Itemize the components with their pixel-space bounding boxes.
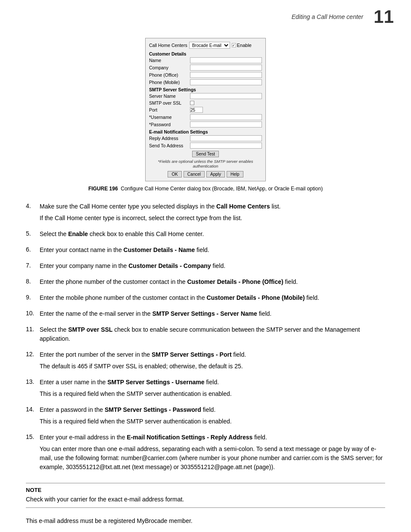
step-content: Enter the name of the e-mail server in t… — [40, 309, 385, 321]
company-input[interactable] — [190, 65, 262, 71]
email-notification-header: E-mail Notification Settings — [149, 129, 262, 134]
enable-checkbox[interactable]: ✓ — [232, 43, 236, 47]
step-number: 9. — [26, 293, 40, 301]
step-number: 10. — [26, 309, 40, 317]
ok-button[interactable]: OK — [168, 171, 181, 177]
sub-paragraph: You can enter more than one e-mail addre… — [40, 445, 385, 472]
send-test-button[interactable]: Send Test — [192, 151, 219, 157]
step-number: 13. — [26, 378, 40, 385]
password-input[interactable] — [190, 121, 262, 128]
list-item: 6. Enter your contact name in the Custom… — [26, 246, 385, 257]
figure-caption-text: Configure Call Home Center dialog box (B… — [121, 186, 323, 192]
dialog-buttons: OK Cancel Apply Help — [149, 171, 262, 177]
page-title: Editing a Call Home center — [292, 13, 364, 20]
step-content: Enter a password in the SMTP Server Sett… — [40, 405, 385, 429]
smtp-ssl-row: SMTP over SSL — [149, 100, 262, 106]
call-home-centers-dropdown[interactable]: Brocade E-mail — [189, 42, 230, 49]
dialog-footnote: *Fields are optional unless the SMTP ser… — [149, 159, 262, 168]
step-content: Enter your contact name in the Customer … — [40, 246, 385, 257]
bold-term: Enable — [68, 230, 88, 237]
enable-label: Enable — [237, 43, 252, 48]
dialog-container: Call Home Centers Brocade E-mail ✓ Enabl… — [26, 38, 385, 181]
step-content: Enter the mobile phone number of the cus… — [40, 293, 385, 305]
step-number: 8. — [26, 277, 40, 285]
bold-term: Customer Details - Phone (Mobile) — [207, 294, 305, 301]
reply-address-row: Reply Address — [149, 135, 262, 141]
bold-term: SMTP Server Settings - Server Name — [152, 310, 257, 317]
list-item: 10. Enter the name of the e-mail server … — [26, 309, 385, 321]
port-row: Port — [149, 107, 262, 113]
step-number: 5. — [26, 230, 40, 237]
bold-term: E-mail Notification Settings - Reply Add… — [127, 434, 252, 441]
sub-paragraph: This is a required field when the SMTP s… — [40, 389, 385, 398]
smtp-ssl-label: SMTP over SSL — [149, 100, 190, 106]
step-number: 4. — [26, 202, 40, 209]
call-home-centers-label: Call Home Centers — [149, 43, 187, 48]
bold-term: SMTP Server Settings - Username — [107, 379, 204, 386]
page-content: Call Home Centers Brocade E-mail ✓ Enabl… — [0, 29, 411, 532]
step-content: Enter your e-mail address in the E-mail … — [40, 433, 385, 474]
server-name-row: Server Name — [149, 93, 262, 99]
sub-paragraph: This is a required field when the SMTP s… — [40, 417, 385, 426]
phone-office-label: Phone (Office) — [149, 72, 190, 78]
list-item: 9. Enter the mobile phone number of the … — [26, 293, 385, 305]
bold-term: SMTP Server Settings - Password — [105, 406, 201, 413]
company-label: Company — [149, 65, 190, 70]
note-content: Check with your carrier for the exact e-… — [26, 495, 385, 504]
apply-button[interactable]: Apply — [206, 171, 225, 177]
step-content: Enter a user name in the SMTP Server Set… — [40, 378, 385, 401]
note-label: NOTE — [26, 487, 385, 493]
smtp-header: SMTP Server Settings — [149, 87, 262, 92]
username-input[interactable] — [190, 114, 262, 120]
username-label: *Username — [149, 115, 190, 120]
phone-mobile-row: Phone (Mobile) — [149, 79, 262, 85]
company-row: Company — [149, 65, 262, 71]
send-to-row: Send To Address — [149, 143, 262, 149]
step-number: 14. — [26, 405, 40, 413]
port-input[interactable] — [190, 107, 203, 113]
list-item: 7. Enter your company name in the Custom… — [26, 261, 385, 273]
step-content: Enter the port number of the server in t… — [40, 350, 385, 373]
help-button[interactable]: Help — [227, 171, 243, 177]
sub-paragraph: If the Call Home center type is incorrec… — [40, 214, 385, 223]
final-note: This e-mail address must be a registered… — [26, 516, 385, 526]
step-content: Enter the phone number of the customer c… — [40, 277, 385, 289]
server-name-input[interactable] — [190, 93, 262, 99]
reply-address-input[interactable] — [190, 135, 262, 141]
name-input[interactable] — [190, 57, 262, 63]
sub-paragraph: The default is 465 if SMTP over SSL is e… — [40, 362, 385, 371]
name-label: Name — [149, 58, 190, 63]
bold-term: Customer Details - Phone (Office) — [187, 278, 283, 285]
list-item: 11. Select the SMTP over SSL check box t… — [26, 325, 385, 346]
step-number: 7. — [26, 261, 40, 269]
phone-mobile-input[interactable] — [190, 79, 262, 85]
send-to-label: Send To Address — [149, 143, 190, 148]
username-row: *Username — [149, 114, 262, 120]
password-row: *Password — [149, 121, 262, 128]
customer-details-header: Customer Details — [149, 51, 262, 56]
dialog-box: Call Home Centers Brocade E-mail ✓ Enabl… — [145, 38, 266, 181]
step-content: Make sure the Call Home center type you … — [40, 202, 385, 225]
steps-list: 4. Make sure the Call Home center type y… — [26, 202, 385, 474]
page-number: 11 — [374, 8, 394, 26]
smtp-ssl-checkbox[interactable] — [190, 101, 194, 105]
step-number: 12. — [26, 350, 40, 358]
server-name-label: Server Name — [149, 93, 190, 99]
bold-term: Customer Details - Name — [124, 246, 195, 253]
cancel-button[interactable]: Cancel — [184, 171, 205, 177]
send-to-input[interactable] — [190, 143, 262, 149]
list-item: 13. Enter a user name in the SMTP Server… — [26, 378, 385, 401]
password-label: *Password — [149, 122, 190, 127]
enable-checkbox-row: ✓ Enable — [232, 43, 252, 48]
reply-address-label: Reply Address — [149, 136, 190, 141]
phone-office-input[interactable] — [190, 72, 262, 78]
note-box: NOTE Check with your carrier for the exa… — [26, 483, 385, 508]
page-header: Editing a Call Home center 11 — [0, 0, 411, 29]
step-number: 6. — [26, 246, 40, 253]
list-item: 14. Enter a password in the SMTP Server … — [26, 405, 385, 429]
bold-term: SMTP over SSL — [68, 326, 112, 333]
bold-term: SMTP Server Settings - Port — [152, 351, 232, 358]
figure-caption: FIGURE 196 Configure Call Home Center di… — [26, 186, 385, 192]
step-content: Select the SMTP over SSL check box to en… — [40, 325, 385, 346]
dialog-top-row: Call Home Centers Brocade E-mail ✓ Enabl… — [149, 42, 262, 49]
